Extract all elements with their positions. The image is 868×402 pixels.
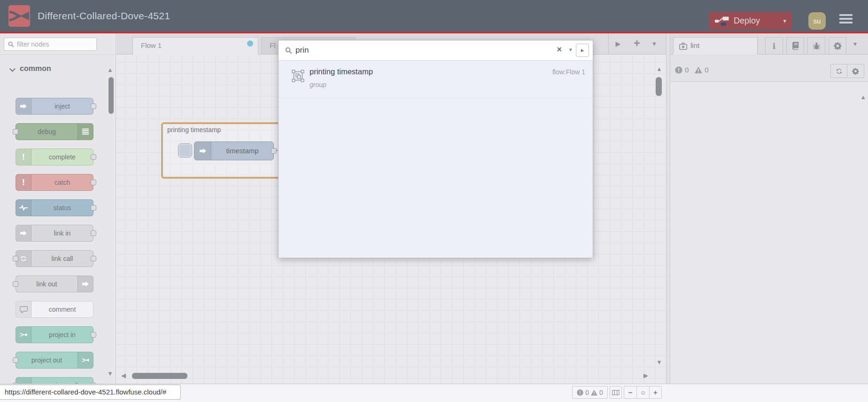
- canvas-hscrollbar-thumb[interactable]: [132, 373, 187, 379]
- input-port[interactable]: [13, 357, 18, 363]
- zoom-reset-button[interactable]: ○: [636, 386, 649, 398]
- node-timestamp[interactable]: timestamp: [194, 142, 274, 160]
- browser-status-url: https://different-collared-dove-4521.flo…: [0, 385, 181, 400]
- output-port[interactable]: [91, 103, 96, 109]
- navigator-toggle-button[interactable]: [610, 386, 622, 399]
- clear-search-icon[interactable]: ×: [557, 45, 562, 55]
- map-icon: [612, 389, 620, 396]
- search-results-list: printing timestamp group flow:Flow 1: [279, 61, 593, 258]
- output-port[interactable]: [91, 256, 96, 261]
- palette-node-project-out[interactable]: project out: [16, 352, 93, 369]
- flow-list-caret-icon[interactable]: ▾: [649, 37, 659, 50]
- result-title: printing timestamp: [310, 67, 373, 76]
- debug-tab-button[interactable]: [807, 37, 825, 55]
- deploy-button[interactable]: Deploy ▾: [709, 12, 792, 30]
- search-icon: [285, 47, 292, 54]
- output-port[interactable]: [271, 148, 277, 154]
- palette-scroll-up-icon[interactable]: ▲: [107, 67, 113, 73]
- canvas-scroll-up-icon[interactable]: ▲: [656, 66, 662, 72]
- link-arrow-icon: [78, 276, 93, 292]
- modified-indicator-dot: [247, 40, 253, 47]
- output-port[interactable]: [91, 154, 96, 160]
- lint-error-count: 0: [685, 66, 689, 74]
- palette-node-link-in[interactable]: link in: [16, 225, 93, 242]
- gear-icon: [834, 42, 842, 50]
- info-tab-button[interactable]: i: [765, 37, 783, 55]
- sidebar-tabs-caret-icon[interactable]: ▾: [853, 40, 857, 47]
- workspace-issue-counts[interactable]: 0 0: [572, 386, 608, 399]
- tab-flow-1[interactable]: Flow 1: [132, 37, 258, 55]
- open-flow-icon[interactable]: ▶: [612, 37, 624, 50]
- book-icon: [791, 42, 799, 50]
- lint-settings-button[interactable]: [847, 64, 864, 78]
- lint-actions: [830, 64, 864, 78]
- search-input-row: × ▾ ▸: [279, 40, 593, 61]
- palette-node-catch[interactable]: ! catch: [16, 174, 93, 191]
- palette-node-project-in[interactable]: project in: [16, 326, 93, 343]
- palette-node-status[interactable]: status: [16, 199, 93, 216]
- palette-filter[interactable]: [4, 38, 97, 51]
- output-port[interactable]: [91, 180, 96, 185]
- group-icon: [292, 70, 304, 82]
- main-menu-button[interactable]: [839, 14, 852, 27]
- output-port[interactable]: [91, 205, 96, 211]
- palette-node-inject[interactable]: inject: [16, 98, 93, 115]
- user-avatar[interactable]: su: [808, 12, 826, 30]
- input-port[interactable]: [13, 129, 18, 134]
- lint-toolbar: 0 0: [670, 55, 868, 82]
- input-port[interactable]: [13, 256, 18, 261]
- output-port[interactable]: [91, 230, 96, 236]
- header-bar: Different-Collared-Dove-4521 Deploy ▾ su: [0, 0, 868, 33]
- result-flow-ref: flow:Flow 1: [552, 68, 585, 76]
- palette-divider: [0, 54, 116, 55]
- zoom-out-button[interactable]: −: [624, 386, 636, 398]
- search-dialog: × ▾ ▸ printing timestamp group flow:Flow…: [278, 40, 593, 258]
- search-history-caret-icon[interactable]: ▾: [569, 46, 572, 53]
- lint-content-panel: ▲: [670, 82, 868, 384]
- sidebar-splitter[interactable]: [666, 33, 670, 384]
- deploy-label: Deploy: [734, 16, 760, 26]
- palette-scrollbar-thumb[interactable]: [108, 77, 114, 114]
- output-port[interactable]: [91, 332, 96, 338]
- search-result-row[interactable]: printing timestamp group flow:Flow 1: [279, 62, 593, 98]
- sidebar-scroll-up-icon[interactable]: ▲: [860, 94, 866, 100]
- palette-node-complete[interactable]: ! complete: [16, 149, 93, 166]
- deploy-options-caret-icon[interactable]: ▾: [783, 12, 786, 30]
- palette-scroll-down-icon[interactable]: ▼: [107, 370, 113, 377]
- palette-node-debug[interactable]: debug: [16, 123, 93, 140]
- config-tab-button[interactable]: [829, 37, 846, 55]
- input-port[interactable]: [13, 281, 18, 287]
- palette-node-link-out[interactable]: link out: [16, 276, 93, 292]
- bug-icon: [813, 42, 821, 50]
- exclamation-icon: !: [16, 149, 31, 165]
- tab-lint[interactable]: lint: [673, 37, 758, 55]
- lint-refresh-button[interactable]: [830, 64, 847, 78]
- inject-trigger-button[interactable]: [178, 143, 192, 158]
- search-input[interactable]: [295, 43, 558, 58]
- expand-search-button[interactable]: ▸: [576, 44, 589, 57]
- canvas-scroll-left-icon[interactable]: ◀: [121, 372, 126, 378]
- lint-warning-count: 0: [705, 66, 708, 74]
- palette-node-link-call[interactable]: link call: [16, 250, 93, 267]
- flowfuse-icon: [78, 352, 93, 368]
- canvas-scroll-down-icon[interactable]: ▼: [656, 359, 662, 365]
- warning-icon: [591, 389, 597, 396]
- palette-category-common[interactable]: common: [0, 63, 116, 77]
- search-icon: [8, 41, 14, 47]
- gear-icon: [852, 68, 859, 75]
- group-label: printing timestamp: [167, 126, 221, 134]
- filter-nodes-input[interactable]: [17, 40, 92, 48]
- inject-arrow-icon: [16, 98, 31, 114]
- right-sidebar: lint i ▾ 0 0 ▲: [670, 33, 868, 384]
- canvas-scroll-right-icon[interactable]: ▶: [643, 372, 648, 378]
- comment-icon: [16, 301, 31, 317]
- zoom-in-button[interactable]: +: [649, 386, 661, 398]
- add-flow-button[interactable]: +: [630, 37, 643, 50]
- medkit-icon: [679, 42, 687, 50]
- pulse-icon: [16, 200, 31, 216]
- sidebar-tab-bar: lint i ▾: [670, 33, 868, 55]
- palette-node-comment[interactable]: comment: [16, 301, 93, 318]
- help-tab-button[interactable]: [786, 37, 804, 55]
- flowfuse-logo-icon[interactable]: [8, 5, 30, 27]
- canvas-vscrollbar-thumb[interactable]: [656, 77, 662, 96]
